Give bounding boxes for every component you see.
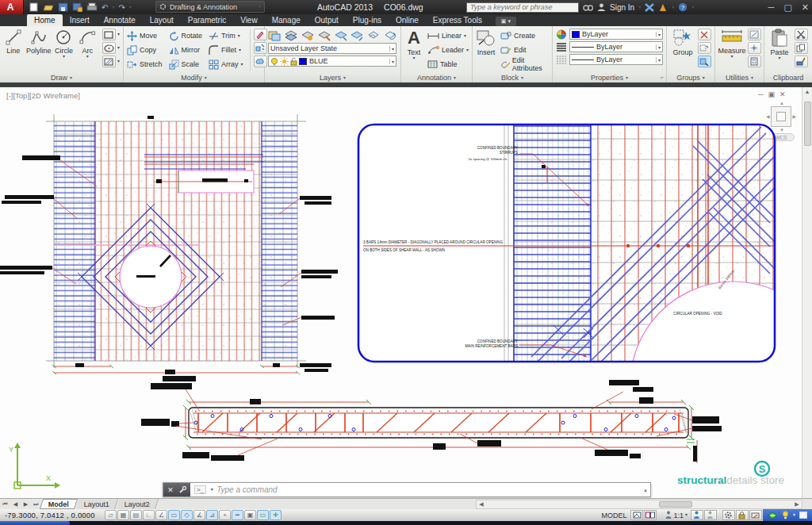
fillet-tool[interactable]: Fillet▾ — [209, 43, 243, 57]
signin-link[interactable]: Sign In — [610, 3, 634, 12]
close-icon[interactable]: ✕ — [167, 486, 174, 494]
autoscale-icon[interactable] — [704, 510, 717, 520]
dynamic-input-toggle[interactable]: + — [219, 510, 231, 520]
lineweight-icon[interactable] — [556, 42, 567, 52]
open-folder-icon[interactable] — [43, 2, 54, 12]
table-tool[interactable]: Table — [427, 57, 469, 71]
panel-title-properties[interactable]: Properties▾⌐ — [553, 72, 666, 82]
tab-output[interactable]: Output — [308, 14, 346, 26]
tab-home[interactable]: Home — [27, 14, 63, 26]
text-tool[interactable]: A Text ▾ — [404, 29, 423, 71]
tab-model[interactable]: Model — [40, 499, 78, 509]
lineweight-dropdown[interactable]: ByLayer▾ — [569, 41, 663, 52]
layer-freeze-icon[interactable] — [318, 30, 331, 41]
app-logo-button[interactable]: A▾ — [0, 0, 24, 14]
panel-title-block[interactable]: Block▾ — [473, 72, 552, 82]
linetype-icon[interactable] — [556, 55, 567, 65]
command-recent-toggle[interactable]: ▲ — [641, 483, 650, 496]
undo-icon[interactable]: ↶ — [102, 3, 108, 12]
tray-lightbulb-icon[interactable] — [782, 511, 789, 519]
layer-state-dropdown[interactable]: Unsaved Layer State▾ — [268, 43, 396, 54]
minimize-button[interactable]: ─ — [768, 2, 775, 12]
ungroup-tool[interactable] — [698, 29, 711, 40]
grid-toggle[interactable]: ▤ — [130, 510, 142, 520]
search-input[interactable] — [466, 2, 579, 13]
scroll-right-icon[interactable]: ▶ — [792, 501, 802, 508]
help-icon[interactable]: ? — [678, 2, 688, 12]
trim-tool[interactable]: Trim▾ — [209, 29, 243, 43]
model-space-button[interactable]: MODEL — [597, 512, 630, 519]
id-point-tool[interactable] — [748, 29, 761, 40]
tab-annotate[interactable]: Annotate — [97, 14, 143, 26]
maximize-button[interactable]: ▢ — [783, 2, 791, 13]
save-as-icon[interactable] — [72, 2, 82, 12]
tab-next-icon[interactable]: ▶ — [21, 501, 31, 508]
match-properties-tool[interactable] — [795, 56, 808, 67]
search-binoculars-icon[interactable] — [583, 3, 593, 12]
tab-express-tools[interactable]: Express Tools — [426, 14, 489, 26]
rotate-tool[interactable]: Rotate — [169, 29, 203, 43]
layer-isolate-icon[interactable] — [335, 30, 348, 41]
lineweight-toggle[interactable]: ━ — [232, 510, 243, 520]
tab-parametric[interactable]: Parametric — [181, 14, 233, 26]
selection-cycling-toggle[interactable]: ✛ — [270, 510, 282, 520]
isolate-objects-icon[interactable] — [768, 511, 778, 519]
stretch-tool[interactable]: Stretch — [127, 57, 163, 71]
group-selection-toggle[interactable] — [698, 56, 711, 67]
paste-tool[interactable]: Paste ▾ — [768, 29, 791, 67]
create-block-tool[interactable]: Create — [500, 29, 549, 43]
ellipse-tool[interactable] — [102, 42, 116, 54]
panel-title-draw[interactable]: Draw▾ — [0, 72, 123, 82]
scroll-left-icon[interactable]: ◀ — [477, 501, 486, 508]
dynamic-ucs-toggle[interactable]: ⊿ — [206, 510, 218, 520]
linetype-dropdown[interactable]: ByLayer▾ — [569, 54, 663, 65]
ribbon-minimize-button[interactable]: ▣▾ — [496, 17, 516, 26]
clean-screen-button[interactable] — [799, 512, 807, 519]
command-line-grip[interactable]: ✕ — [163, 483, 190, 496]
object-color-dropdown[interactable]: ByLayer▾ — [569, 29, 663, 40]
leader-tool[interactable]: Leader▾ — [427, 43, 469, 57]
line-tool[interactable]: Line — [3, 29, 24, 67]
layout-icon[interactable] — [644, 510, 657, 520]
layer-properties-icon[interactable] — [268, 30, 282, 41]
circle-tool[interactable]: Circle ▾ — [54, 29, 75, 67]
horizontal-scroll-thumb[interactable] — [659, 501, 692, 508]
plot-icon[interactable] — [86, 2, 98, 12]
quick-properties-toggle[interactable]: ▭ — [257, 510, 269, 520]
copy-tool[interactable]: Copy — [127, 43, 163, 57]
tab-online[interactable]: Online — [389, 14, 426, 26]
osnap-3d-toggle[interactable]: ◇ — [181, 510, 193, 520]
ucs-icon[interactable]: Y X — [6, 439, 62, 496]
array-tool[interactable]: Array▾ — [209, 57, 243, 71]
otrack-toggle[interactable]: ∡ — [193, 510, 205, 520]
coordinate-readout[interactable]: -79.3000, 7.0412 , 0.0000 — [0, 511, 105, 519]
measure-tool[interactable]: Measure ▾ — [718, 29, 745, 67]
wrench-icon[interactable] — [178, 486, 186, 494]
snap-toggle[interactable]: ▦ — [117, 510, 129, 520]
save-icon[interactable] — [58, 2, 68, 12]
model-icon[interactable] — [630, 510, 643, 520]
panel-title-modify[interactable]: Modify▾ — [124, 72, 264, 82]
polar-toggle[interactable]: ∠ — [155, 510, 167, 520]
polyline-tool[interactable]: Polyline — [27, 29, 51, 67]
tab-layout2[interactable]: Layout2 — [117, 499, 159, 509]
panel-title-utilities[interactable]: Utilities▾ — [715, 72, 764, 82]
tab-first-icon[interactable]: ⏮ — [0, 501, 10, 508]
chevron-down-icon[interactable]: ▾ — [793, 513, 795, 517]
tab-layout[interactable]: Layout — [143, 14, 181, 26]
group-edit-tool[interactable] — [698, 42, 711, 54]
panel-title-groups[interactable]: Groups▾ — [667, 72, 714, 82]
copy-clip-tool[interactable] — [795, 42, 808, 54]
exchange-apps-icon[interactable] — [645, 3, 654, 12]
tab-plugins[interactable]: Plug-ins — [346, 14, 389, 26]
cut-tool[interactable] — [795, 29, 808, 40]
rectangle-tool[interactable] — [102, 29, 116, 40]
drawing-canvas[interactable]: [-][Top][2D Wireframe] ─ ▣ ✕ ▲ ▼ ◀ ▶ WCS… — [0, 87, 812, 498]
tab-layout1[interactable]: Layout1 — [76, 499, 118, 509]
new-file-icon[interactable] — [29, 2, 39, 12]
panel-title-annotation[interactable]: Annotation▾ — [401, 72, 472, 82]
edit-block-tool[interactable]: Edit — [500, 43, 549, 57]
layer-unisolate-icon[interactable] — [350, 30, 364, 41]
tab-insert[interactable]: Insert — [63, 14, 97, 26]
redo-icon[interactable]: ↷ — [118, 3, 124, 12]
